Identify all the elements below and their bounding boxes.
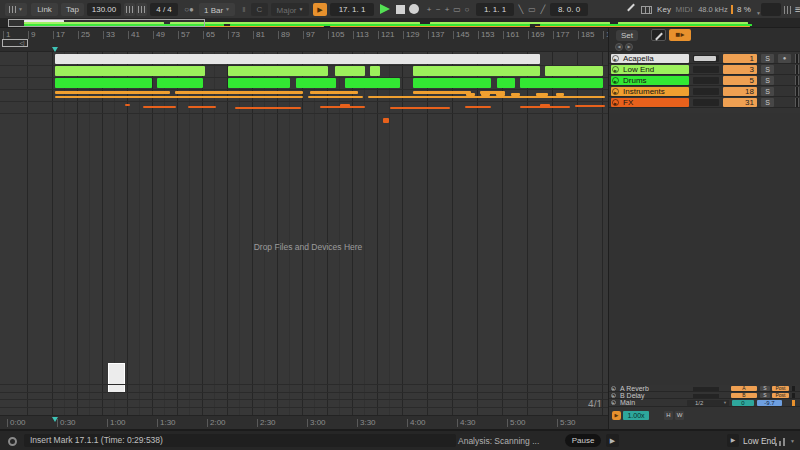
unfold-icon[interactable]: ▶: [611, 400, 616, 405]
track-name[interactable]: ▶FX: [611, 98, 689, 107]
track-volume-slider[interactable]: [693, 55, 719, 62]
clip[interactable]: [235, 107, 301, 109]
clip[interactable]: [540, 104, 550, 108]
solo-button[interactable]: S: [761, 65, 774, 74]
unfold-icon[interactable]: ▶: [611, 393, 616, 398]
unfold-icon[interactable]: ▶: [611, 386, 616, 391]
arm-button[interactable]: ●: [778, 54, 791, 63]
computer-midi-keyboard-icon[interactable]: [641, 6, 652, 14]
loop-length-display[interactable]: 8. 0. 0: [550, 3, 588, 16]
follow-icon[interactable]: ▶: [612, 411, 621, 420]
unfold-icon[interactable]: ▶: [612, 99, 619, 106]
insert-marker[interactable]: [52, 47, 58, 52]
clip[interactable]: [545, 66, 603, 76]
set-locator-button[interactable]: Set: [616, 30, 638, 41]
clip[interactable]: [157, 78, 203, 88]
automation-arm-icon[interactable]: ~: [434, 3, 442, 16]
clip[interactable]: [465, 106, 491, 108]
solo-button[interactable]: S: [761, 76, 774, 85]
send-letter-button[interactable]: B: [731, 393, 757, 398]
clip[interactable]: [228, 66, 328, 76]
key-map-button[interactable]: Key: [656, 3, 672, 16]
solo-button[interactable]: S: [760, 393, 770, 398]
view-options-menu[interactable]: ▼: [5, 3, 27, 16]
time-signature-display[interactable]: 4 / 4: [150, 3, 178, 16]
return-volume-slider[interactable]: [693, 387, 719, 391]
clip[interactable]: [55, 96, 303, 98]
link-button[interactable]: Link: [31, 3, 58, 16]
clip[interactable]: [556, 93, 564, 96]
clip[interactable]: [55, 66, 205, 76]
clip[interactable]: [308, 96, 363, 98]
overview-viewport-box[interactable]: [8, 19, 205, 27]
clip[interactable]: [296, 78, 336, 88]
track-volume-slider[interactable]: [693, 77, 719, 84]
clip[interactable]: [188, 106, 216, 108]
clip[interactable]: [55, 78, 152, 88]
bar-ruler[interactable]: ◁ 19172533414957657381899710511312112913…: [0, 28, 608, 52]
clip[interactable]: [413, 66, 540, 76]
lock-envelopes-button[interactable]: ■▸: [669, 29, 691, 41]
midi-overdub-icon[interactable]: +: [425, 3, 433, 16]
play-button[interactable]: [380, 4, 390, 14]
solo-button[interactable]: S: [760, 386, 770, 391]
post-toggle[interactable]: Post: [772, 386, 789, 391]
track-number[interactable]: 3: [723, 65, 757, 74]
send-letter-button[interactable]: A: [731, 386, 757, 391]
clip[interactable]: [335, 66, 365, 76]
chevron-down-icon[interactable]: ▼: [790, 438, 795, 444]
clip[interactable]: [536, 93, 548, 96]
clip[interactable]: [175, 91, 303, 94]
scale-icon[interactable]: ‖: [240, 3, 248, 16]
loop-region-marker[interactable]: ◁: [2, 39, 28, 47]
track-number[interactable]: 18: [723, 87, 757, 96]
clip[interactable]: [511, 93, 520, 96]
track-name[interactable]: ▶Acapella: [611, 54, 689, 63]
clip[interactable]: [481, 93, 490, 96]
capture-midi-icon[interactable]: ▭: [452, 3, 462, 16]
track-header-row[interactable]: ▶FX31S: [609, 97, 800, 108]
clip[interactable]: [125, 104, 130, 106]
track-number[interactable]: 5: [723, 76, 757, 85]
solo-button[interactable]: S: [761, 54, 774, 63]
key-root-display[interactable]: C: [251, 3, 268, 16]
clip[interactable]: [310, 91, 358, 94]
return-volume-slider[interactable]: [693, 394, 719, 398]
return-track-row[interactable]: ▶B DelayBSPost: [609, 392, 800, 399]
track-header-row[interactable]: ▶Low End3S: [609, 64, 800, 75]
track-volume-slider[interactable]: [693, 99, 719, 106]
track-name[interactable]: ▶Instruments: [611, 87, 689, 96]
track-volume-slider[interactable]: [693, 66, 719, 73]
nudge-up-button[interactable]: [136, 3, 147, 16]
zoom-level-field[interactable]: 1.00x: [623, 411, 649, 420]
clip[interactable]: [413, 78, 491, 88]
return-track-name[interactable]: A Reverb: [620, 385, 649, 392]
main-volume-field[interactable]: -9.7: [757, 400, 782, 406]
punch-in-icon[interactable]: ╲: [517, 3, 525, 16]
quantization-menu[interactable]: 1 Bar▼: [199, 3, 235, 16]
arrangement-grid[interactable]: ◁ 19172533414957657381899710511312112913…: [0, 28, 608, 429]
cue-out-chooser[interactable]: 1/2▼: [687, 400, 729, 406]
track-header-row[interactable]: ▶Drums5S: [609, 75, 800, 86]
resume-analysis-button[interactable]: ▶: [606, 434, 619, 447]
clip[interactable]: [370, 66, 380, 76]
track-number[interactable]: 1: [723, 54, 757, 63]
zoom-width-button[interactable]: W: [675, 411, 684, 420]
quantize-icon[interactable]: ○●: [181, 3, 197, 16]
track-header-row[interactable]: ▶Acapella1S●: [609, 53, 800, 64]
unfold-icon[interactable]: ▶: [612, 77, 619, 84]
unfold-icon[interactable]: ▶: [612, 88, 619, 95]
loop-switch-icon[interactable]: ▭: [526, 3, 538, 16]
main-track-name[interactable]: Main: [620, 399, 635, 406]
unfold-icon[interactable]: ▶: [612, 66, 619, 73]
draw-automation-button[interactable]: [651, 29, 666, 41]
preview-play-icon[interactable]: ▶: [727, 434, 739, 447]
clip[interactable]: [228, 78, 290, 88]
nudge-down-button[interactable]: [124, 3, 135, 16]
solo-button[interactable]: S: [761, 98, 774, 107]
loop-start-display[interactable]: 1. 1. 1: [476, 3, 514, 16]
clip[interactable]: [340, 104, 350, 108]
track-header-row[interactable]: ▶Instruments18S: [609, 86, 800, 97]
time-selection-rect[interactable]: [108, 363, 125, 393]
key-scale-display[interactable]: Major▼: [271, 3, 309, 16]
